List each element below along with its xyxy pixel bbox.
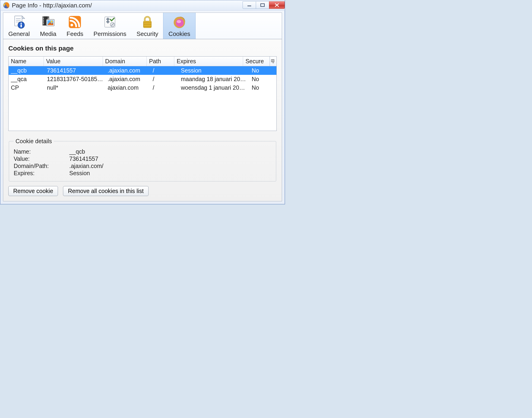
- svg-point-9: [21, 23, 22, 24]
- table-row[interactable]: CP null* ajaxian.com / woensdag 1 januar…: [9, 83, 277, 92]
- cookies-table: Name Value Domain Path Expires Secure: [8, 56, 277, 131]
- col-value[interactable]: Value: [44, 57, 103, 66]
- table-row[interactable]: __qcb 736141557 .ajaxian.com / Session N…: [9, 66, 277, 75]
- cell-domain: .ajaxian.com: [105, 75, 150, 83]
- svg-rect-36: [143, 23, 151, 23]
- tab-media[interactable]: Media: [35, 13, 62, 39]
- maximize-button[interactable]: [256, 1, 269, 9]
- cell-name: __qcb: [9, 66, 45, 75]
- svg-rect-42: [271, 59, 274, 62]
- tab-cookies[interactable]: Cookies: [163, 13, 196, 39]
- cell-path: /: [150, 83, 179, 92]
- cookie-icon: [172, 15, 186, 29]
- svg-rect-1: [247, 6, 251, 6]
- svg-rect-30: [107, 18, 109, 23]
- svg-rect-31: [106, 19, 109, 20]
- detail-label-expires: Expires:: [14, 170, 69, 176]
- cell-value: 1218313767-501859...: [45, 75, 105, 83]
- table-row[interactable]: __qca 1218313767-501859... .ajaxian.com …: [9, 75, 277, 83]
- detail-value-domain: .ajaxian.com/: [69, 163, 103, 169]
- page-info-icon: [12, 15, 26, 29]
- section-title: Cookies on this page: [8, 45, 277, 52]
- col-path[interactable]: Path: [147, 57, 174, 66]
- cell-path: /: [150, 75, 179, 83]
- cell-name: __qca: [9, 75, 45, 83]
- svg-rect-37: [143, 24, 151, 25]
- cookies-panel: Cookies on this page Name Value Domain P…: [3, 39, 282, 201]
- col-secure[interactable]: Secure: [243, 57, 270, 66]
- tab-label: Media: [40, 30, 57, 37]
- cell-secure: No: [249, 66, 277, 75]
- cell-value: 736141557: [45, 66, 105, 75]
- cell-path: /: [150, 66, 179, 75]
- remove-all-cookies-button[interactable]: Remove all cookies in this list: [63, 186, 149, 196]
- cell-domain: ajaxian.com: [105, 83, 150, 92]
- cell-expires: maandag 18 januari 203...: [179, 75, 250, 83]
- remove-cookie-button[interactable]: Remove cookie: [8, 186, 58, 196]
- tab-permissions[interactable]: Permissions: [89, 13, 132, 39]
- detail-label-domain: Domain/Path:: [14, 163, 69, 169]
- cell-value: null*: [45, 83, 105, 92]
- lock-icon: [140, 15, 154, 29]
- table-header: Name Value Domain Path Expires Secure: [9, 57, 277, 66]
- tab-feeds[interactable]: Feeds: [61, 13, 88, 39]
- cell-secure: No: [249, 75, 277, 83]
- permissions-icon: [103, 15, 117, 29]
- detail-label-value: Value:: [14, 155, 69, 162]
- svg-rect-19: [48, 17, 49, 18]
- toolbar-tabs: General Media: [3, 12, 282, 39]
- svg-rect-2: [261, 4, 264, 7]
- cookie-details-legend: Cookie details: [14, 138, 54, 145]
- svg-rect-17: [43, 23, 44, 23]
- rss-icon: [68, 15, 82, 29]
- svg-point-26: [50, 20, 53, 23]
- detail-value-value: 736141557: [69, 155, 98, 162]
- svg-rect-18: [43, 24, 44, 25]
- tab-label: General: [8, 30, 30, 37]
- tab-label: Security: [137, 30, 158, 37]
- detail-label-name: Name:: [14, 148, 69, 155]
- cookie-details-group: Cookie details Name: __qcb Value: 736141…: [9, 138, 276, 181]
- media-icon: [41, 15, 55, 29]
- col-domain[interactable]: Domain: [103, 57, 147, 66]
- svg-rect-16: [43, 21, 44, 21]
- col-expires[interactable]: Expires: [174, 57, 243, 66]
- tab-security[interactable]: Security: [131, 13, 163, 39]
- cell-expires: Session: [179, 66, 250, 75]
- window-title: Page Info - http://ajaxian.com/: [12, 2, 92, 9]
- page-info-window: Page Info - http://ajaxian.com/: [0, 0, 285, 204]
- tab-label: Permissions: [94, 30, 127, 37]
- close-button[interactable]: [269, 1, 285, 9]
- detail-value-expires: Session: [69, 170, 90, 176]
- svg-rect-14: [43, 17, 44, 18]
- cell-name: CP: [9, 83, 45, 92]
- cell-expires: woensdag 1 januari 202...: [179, 83, 250, 92]
- firefox-icon: [2, 2, 10, 9]
- titlebar: Page Info - http://ajaxian.com/: [0, 0, 285, 11]
- svg-rect-38: [143, 26, 151, 27]
- col-name[interactable]: Name: [9, 57, 44, 66]
- svg-rect-15: [43, 19, 44, 20]
- svg-point-28: [71, 24, 73, 26]
- column-picker-icon[interactable]: [270, 57, 277, 66]
- svg-rect-10: [21, 24, 22, 27]
- detail-value-name: __qcb: [69, 148, 85, 155]
- tab-label: Feeds: [67, 30, 83, 37]
- cell-secure: No: [249, 83, 277, 92]
- tab-general[interactable]: General: [3, 13, 35, 39]
- svg-rect-32: [106, 21, 109, 23]
- minimize-button[interactable]: [243, 1, 256, 9]
- button-row: Remove cookie Remove all cookies in this…: [8, 186, 277, 196]
- table-body: __qcb 736141557 .ajaxian.com / Session N…: [9, 66, 277, 131]
- window-controls: [243, 2, 285, 9]
- tab-label: Cookies: [168, 30, 190, 37]
- cell-domain: .ajaxian.com: [105, 66, 150, 75]
- svg-point-41: [177, 20, 181, 23]
